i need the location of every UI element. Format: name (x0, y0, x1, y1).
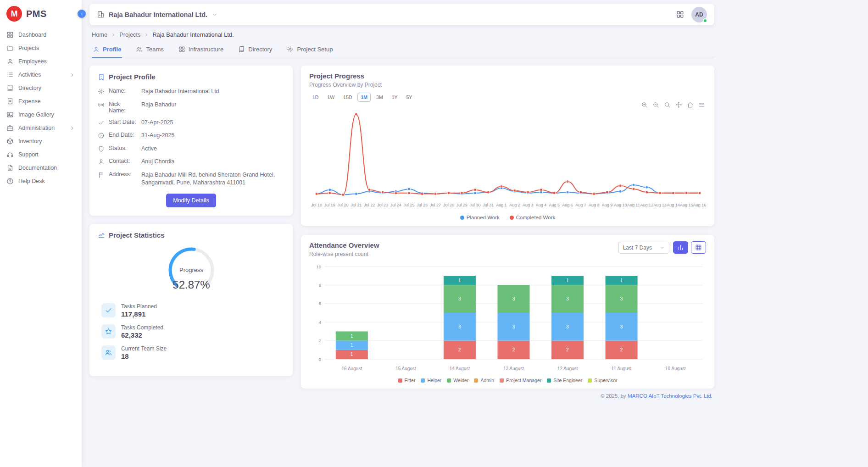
svg-text:13 August: 13 August (503, 366, 524, 371)
footer-link[interactable]: MARCO AIoT Technologies Pvt. Ltd. (628, 393, 712, 399)
zoom-in-icon[interactable] (641, 101, 648, 108)
sidebar-item-projects[interactable]: Projects (0, 42, 82, 55)
svg-text:Aug 11: Aug 11 (627, 203, 640, 207)
sidebar-item-expense[interactable]: Expense (0, 95, 82, 108)
nickname-icon (98, 101, 105, 108)
svg-text:1: 1 (351, 334, 353, 339)
selection-zoom-icon[interactable] (664, 101, 671, 108)
range-3m[interactable]: 3M (373, 93, 386, 102)
profile-field-nick-name: Nick Name:Raja Bahadur (98, 101, 284, 114)
range-1y[interactable]: 1Y (389, 93, 401, 102)
legend-fitter[interactable]: Fitter (398, 378, 416, 383)
svg-text:Jul 21: Jul 21 (351, 203, 362, 207)
sidebar-item-image-gallery[interactable]: Image Gallery (0, 108, 82, 121)
tab-infrastructure[interactable]: Infrastructure (178, 42, 225, 58)
legend-supervisor[interactable]: Supervisor (588, 378, 617, 383)
sidebar-item-activities[interactable]: Activities (0, 68, 82, 81)
tab-label: Profile (103, 46, 121, 53)
range-1d[interactable]: 1D (309, 93, 322, 102)
brand[interactable]: M PMS (0, 0, 82, 28)
svg-text:2: 2 (458, 347, 461, 352)
documentation-icon (6, 164, 14, 172)
contact-icon (98, 158, 105, 165)
sidebar-item-documentation[interactable]: Documentation (0, 161, 82, 174)
sidebar-item-label: Help Desk (18, 178, 45, 184)
breadcrumb-item[interactable]: Home (92, 31, 107, 38)
sidebar-item-label: Activities (18, 72, 41, 78)
svg-text:Aug 5: Aug 5 (549, 203, 560, 207)
pan-icon (675, 101, 682, 108)
table-view-toggle[interactable] (691, 241, 706, 254)
menu-icon[interactable] (698, 101, 705, 108)
sidebar-item-label: Expense (18, 98, 41, 105)
apps-grid-icon[interactable] (676, 10, 684, 19)
sidebar-item-label: Employees (18, 58, 47, 65)
sidebar-item-help-desk[interactable]: Help Desk (0, 175, 82, 188)
sidebar-item-inventory[interactable]: Inventory (0, 135, 82, 148)
legend-site-engineer[interactable]: Site Engineer (547, 378, 582, 383)
svg-text:8: 8 (319, 283, 321, 288)
zoom-out-icon (652, 101, 659, 108)
name-icon (98, 88, 105, 95)
progress-gauge: Progress52.87% (157, 244, 226, 295)
sidebar-item-administration[interactable]: Administration (0, 122, 82, 134)
legend-admin[interactable]: Admin (474, 378, 494, 383)
tasks-completed-icon (105, 328, 112, 335)
legend-project-manager[interactable]: Project Manager (500, 378, 541, 383)
svg-text:3: 3 (512, 324, 515, 329)
sidebar-item-label: Directory (18, 85, 41, 91)
tab-label: Directory (248, 46, 272, 53)
directory-tab-icon (238, 46, 245, 53)
tab-directory[interactable]: Directory (237, 42, 273, 58)
sidebar-collapse-button[interactable] (78, 10, 86, 18)
tab-label: Project Setup (297, 46, 333, 53)
tab-project-setup[interactable]: Project Setup (286, 42, 334, 58)
image-gallery-icon (6, 111, 14, 118)
brand-logo-icon: M (6, 6, 22, 22)
sidebar: M PMS DashboardProjectsEmployeesActiviti… (0, 0, 82, 467)
range-5y[interactable]: 5Y (403, 93, 415, 102)
attendance-bar-chart[interactable]: 024681016 August11115 August14 August233… (309, 261, 706, 376)
company-selector[interactable]: Raja Bahadur International Ltd. (97, 11, 218, 18)
range-1w[interactable]: 1W (324, 93, 338, 102)
chevron-right-icon (69, 125, 75, 131)
date-range-select[interactable]: Last 7 Days (618, 242, 669, 254)
bar-view-icon (677, 244, 684, 251)
breadcrumb-item[interactable]: Projects (119, 31, 140, 38)
employees-icon (6, 58, 14, 65)
legend-welder[interactable]: Welder (447, 378, 468, 383)
company-name: Raja Bahadur International Ltd. (109, 11, 207, 18)
field-label: Contact: (109, 158, 137, 164)
sidebar-item-directory[interactable]: Directory (0, 82, 82, 95)
chevron-down-icon (659, 245, 665, 250)
attendance-controls: Last 7 Days (618, 241, 706, 254)
legend-completed-work[interactable]: Completed Work (510, 215, 555, 220)
bar-view-toggle[interactable] (673, 241, 688, 254)
svg-text:Aug 13: Aug 13 (653, 203, 667, 207)
tab-teams[interactable]: Teams (135, 42, 164, 58)
range-15d[interactable]: 15D (340, 93, 355, 102)
sidebar-item-support[interactable]: Support (0, 148, 82, 161)
field-value: Anuj Chordia (141, 158, 284, 166)
svg-text:Aug 1: Aug 1 (496, 203, 507, 207)
modify-details-button[interactable]: Modify Details (166, 194, 216, 207)
footer: © 2025, by MARCO AIoT Technologies Pvt. … (89, 389, 714, 405)
tab-profile[interactable]: Profile (92, 42, 122, 58)
svg-text:Jul 25: Jul 25 (404, 203, 415, 207)
progress-line-chart[interactable]: Jul 18Jul 19Jul 20Jul 21Jul 22Jul 23Jul … (309, 104, 706, 212)
pan-icon[interactable] (675, 101, 682, 108)
field-value: Raja Bahadur International Ltd. (141, 88, 284, 96)
attendance-card-title: Attendance Overview (309, 241, 379, 249)
legend-planned-work[interactable]: Planned Work (460, 215, 500, 220)
home-icon[interactable] (687, 101, 694, 108)
zoom-out-icon[interactable] (652, 101, 659, 108)
range-1m[interactable]: 1M (357, 93, 371, 102)
sidebar-item-employees[interactable]: Employees (0, 55, 82, 68)
svg-text:Jul 23: Jul 23 (377, 203, 388, 207)
online-status-dot (703, 18, 707, 23)
apps-grid-icon (676, 10, 684, 19)
legend-helper[interactable]: Helper (421, 378, 441, 383)
sidebar-item-dashboard[interactable]: Dashboard (0, 28, 82, 41)
avatar[interactable]: AD (691, 7, 707, 22)
avatar-initials: AD (695, 11, 703, 18)
